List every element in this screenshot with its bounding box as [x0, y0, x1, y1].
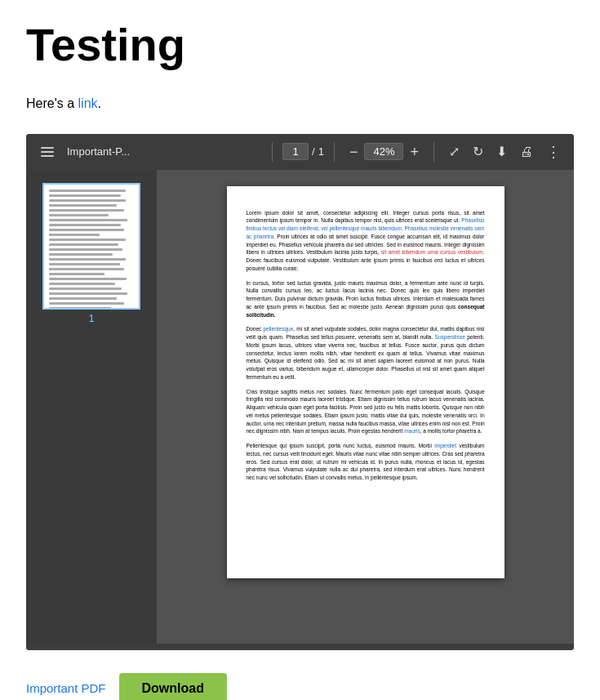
- pdf-text-block-4: Cras tristique sagittis metus nec sodale…: [247, 388, 485, 436]
- page-title: Testing: [26, 20, 574, 70]
- page-total: 1: [318, 145, 324, 158]
- rotate-button[interactable]: ↻: [468, 142, 488, 162]
- toolbar-right: ⤢ ↻ ⬇ 🖨 ⋮: [444, 141, 566, 163]
- pdf-viewer: Important-P... / 1 − 42% + ⤢ ↻ ⬇ 🖨 ⋮: [26, 134, 574, 650]
- print-button[interactable]: 🖨: [515, 142, 538, 162]
- pdf-text-block-5: Pellentesque qui ipsum suscipit, porta n…: [247, 442, 485, 482]
- pdf-content: 1 Lorem ipsum dolor sit amet, consectetu…: [26, 170, 574, 644]
- zoom-in-button[interactable]: +: [405, 141, 424, 163]
- menu-icon: [39, 145, 56, 158]
- download-toolbar-button[interactable]: ⬇: [491, 142, 512, 162]
- subtitle-suffix: .: [98, 96, 101, 110]
- thumbnail-page: [42, 183, 140, 310]
- page-navigation: / 1: [282, 143, 324, 160]
- subtitle: Here's a link.: [26, 96, 574, 111]
- thumbnail-number: 1: [89, 313, 95, 324]
- page-input[interactable]: [282, 143, 309, 160]
- download-button[interactable]: Download: [119, 673, 227, 700]
- thumbnail-item[interactable]: 1: [42, 183, 140, 324]
- pdf-filename: Important-P...: [67, 145, 262, 158]
- pdf-text-block-3: Donec pellentesque, mi sit amet vulputat…: [247, 325, 485, 381]
- pdf-toolbar: Important-P... / 1 − 42% + ⤢ ↻ ⬇ 🖨 ⋮: [26, 134, 574, 170]
- zoom-controls: − 42% +: [344, 141, 424, 163]
- subtitle-text: Here's a: [26, 96, 78, 110]
- separator-1: [272, 142, 273, 162]
- more-button[interactable]: ⋮: [541, 141, 566, 163]
- pdf-bottom-bar: [26, 644, 574, 650]
- pdf-text-block-1: Lorem ipsum dolor sit amet, consectetur …: [247, 209, 485, 273]
- thumbnail-content: [44, 185, 139, 310]
- separator-3: [433, 142, 434, 162]
- pdf-link[interactable]: Important PDF: [26, 681, 106, 695]
- pdf-main-area: Lorem ipsum dolor sit amet, consectetur …: [157, 170, 574, 644]
- zoom-level: 42%: [364, 143, 403, 160]
- separator-2: [334, 142, 335, 162]
- pdf-thumbnails: 1: [26, 170, 157, 644]
- menu-button[interactable]: [34, 142, 60, 162]
- pdf-text-block-2: In cursus, tortor sed luctus gravida, ju…: [247, 279, 485, 319]
- footer: Important PDF Download: [26, 667, 574, 700]
- subtitle-link[interactable]: link: [78, 96, 98, 110]
- zoom-out-button[interactable]: −: [344, 141, 363, 163]
- pdf-page: Lorem ipsum dolor sit amet, consectetur …: [227, 186, 504, 578]
- page-separator: /: [312, 145, 315, 158]
- fit-button[interactable]: ⤢: [444, 142, 464, 162]
